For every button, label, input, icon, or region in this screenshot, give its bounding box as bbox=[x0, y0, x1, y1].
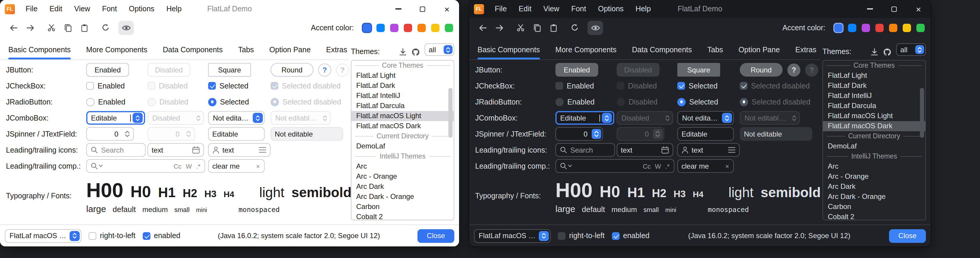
menu-file[interactable]: File bbox=[489, 0, 512, 18]
close-window-button[interactable]: × bbox=[906, 0, 931, 18]
clear-button[interactable]: × bbox=[255, 162, 261, 169]
theme-list-item[interactable]: FlatLaf IntelliJ bbox=[352, 91, 454, 101]
accent-swatch-default[interactable] bbox=[363, 24, 371, 32]
theme-filter-combobox[interactable]: all bbox=[425, 43, 454, 56]
date-textfield[interactable]: text bbox=[148, 143, 204, 157]
close-window-button[interactable]: × bbox=[435, 0, 459, 18]
chevron-updown-icon[interactable] bbox=[539, 231, 549, 241]
menu-help[interactable]: Help bbox=[630, 0, 657, 18]
theme-list-item[interactable]: FlatLaf Light bbox=[352, 71, 454, 81]
clear-button[interactable]: × bbox=[725, 162, 730, 169]
menu-view[interactable]: View bbox=[537, 0, 565, 18]
theme-filter-combobox[interactable]: all bbox=[896, 43, 926, 56]
copy-button[interactable] bbox=[529, 21, 545, 35]
calendar-icon[interactable] bbox=[192, 146, 200, 154]
search-with-options-icon[interactable] bbox=[91, 162, 103, 170]
scrollbar-thumb[interactable] bbox=[449, 88, 453, 138]
refresh-button[interactable] bbox=[567, 21, 582, 35]
maximize-button[interactable] bbox=[882, 0, 906, 18]
download-icon[interactable] bbox=[399, 48, 407, 56]
back-button[interactable] bbox=[6, 21, 21, 35]
accent-swatch-green[interactable] bbox=[445, 24, 453, 32]
show-eye-button[interactable] bbox=[118, 21, 134, 35]
spinner[interactable]: 0 bbox=[86, 127, 134, 141]
radio-enabled[interactable]: Enabled bbox=[555, 98, 595, 106]
menu-edit[interactable]: Edit bbox=[43, 0, 68, 18]
accent-swatch-orange[interactable] bbox=[417, 24, 426, 32]
theme-list-item[interactable]: Arc Dark - Orange bbox=[352, 192, 454, 202]
theme-list-item[interactable]: Arc - Orange bbox=[823, 172, 925, 182]
minimize-button[interactable] bbox=[858, 0, 882, 18]
close-button[interactable]: Close bbox=[417, 229, 454, 242]
accent-swatch-red[interactable] bbox=[875, 24, 884, 32]
back-button[interactable] bbox=[475, 21, 491, 35]
spinner[interactable]: 0 bbox=[555, 127, 603, 141]
tab-more-components[interactable]: More Components bbox=[86, 37, 148, 59]
checkbox-selected[interactable]: Selected bbox=[677, 82, 718, 90]
menu-font[interactable]: Font bbox=[565, 0, 592, 18]
maximize-button[interactable] bbox=[410, 0, 435, 18]
theme-list-item[interactable]: FlatLaf Light bbox=[823, 71, 925, 81]
forward-button[interactable] bbox=[22, 21, 38, 35]
copy-button[interactable] bbox=[60, 21, 76, 35]
github-icon[interactable] bbox=[883, 48, 891, 56]
tab-data-components[interactable]: Data Components bbox=[632, 37, 692, 59]
regex-button[interactable]: .* bbox=[665, 162, 670, 169]
accent-swatch-red[interactable] bbox=[404, 24, 412, 32]
theme-list-item[interactable]: DemoLaf bbox=[823, 141, 925, 151]
theme-list-item[interactable]: FlatLaf Darcula bbox=[352, 101, 454, 111]
chevron-updown-icon[interactable] bbox=[70, 231, 80, 241]
radio-selected[interactable]: Selected bbox=[677, 98, 718, 106]
chevron-updown-icon[interactable] bbox=[722, 113, 732, 123]
cut-button[interactable] bbox=[43, 21, 59, 35]
download-icon[interactable] bbox=[870, 48, 878, 56]
tab-option-pane[interactable]: Option Pane bbox=[269, 37, 311, 59]
theme-list-item[interactable]: FlatLaf macOS Dark bbox=[823, 121, 925, 131]
chevron-updown-icon[interactable] bbox=[133, 113, 143, 123]
user-textfield[interactable]: text bbox=[208, 143, 270, 157]
enabled-button[interactable]: Enabled bbox=[555, 63, 598, 77]
forward-button[interactable] bbox=[492, 21, 507, 35]
laf-combobox[interactable]: FlatLaf macOS Li... bbox=[5, 229, 81, 242]
theme-list-item[interactable]: Arc Dark bbox=[352, 182, 454, 192]
enabled-checkbox[interactable]: enabled bbox=[143, 231, 180, 240]
square-button[interactable]: Square bbox=[677, 63, 720, 77]
paste-button[interactable] bbox=[77, 21, 92, 35]
tab-tabs[interactable]: Tabs bbox=[707, 37, 723, 59]
calendar-icon[interactable] bbox=[661, 146, 669, 154]
accent-swatch-blue[interactable] bbox=[848, 24, 856, 32]
chevron-updown-icon[interactable] bbox=[915, 45, 924, 54]
menu-file[interactable]: File bbox=[20, 0, 43, 18]
accent-swatch-yellow[interactable] bbox=[903, 24, 911, 32]
round-button[interactable]: Round bbox=[270, 63, 313, 77]
tab-extras[interactable]: Extras bbox=[795, 37, 816, 59]
theme-list-item[interactable]: FlatLaf Darcula bbox=[823, 101, 925, 111]
radio-enabled[interactable]: Enabled bbox=[86, 98, 126, 106]
enabled-checkbox[interactable]: enabled bbox=[612, 231, 650, 240]
checkbox-enabled[interactable]: Enabled bbox=[86, 82, 125, 90]
round-button[interactable]: Round bbox=[740, 63, 783, 77]
theme-list-item[interactable]: FlatLaf IntelliJ bbox=[823, 91, 925, 101]
accent-swatch-purple[interactable] bbox=[390, 24, 398, 32]
scrollbar-thumb[interactable] bbox=[920, 88, 924, 138]
square-button[interactable]: Square bbox=[208, 63, 251, 77]
accent-swatch-green[interactable] bbox=[916, 24, 925, 32]
list-menu-icon[interactable] bbox=[728, 147, 736, 153]
date-textfield[interactable]: text bbox=[617, 143, 673, 157]
editable-combobox[interactable]: Editable bbox=[86, 111, 145, 125]
themes-list[interactable]: Core Themes FlatLaf Light FlatLaf Dark F… bbox=[351, 60, 454, 220]
list-menu-icon[interactable] bbox=[259, 147, 266, 153]
radio-selected[interactable]: Selected bbox=[208, 98, 249, 106]
tab-tabs[interactable]: Tabs bbox=[238, 37, 254, 59]
minimize-button[interactable] bbox=[386, 0, 410, 18]
tab-basic-components[interactable]: Basic Components bbox=[8, 37, 71, 59]
spinner-up-down-buttons[interactable] bbox=[592, 129, 601, 139]
tab-extras[interactable]: Extras bbox=[326, 37, 347, 59]
chevron-updown-icon[interactable] bbox=[602, 113, 612, 123]
not-editable-combobox[interactable]: Not editable bbox=[208, 111, 265, 125]
user-textfield[interactable]: text bbox=[677, 143, 740, 157]
match-case-button[interactable]: Cc bbox=[642, 162, 651, 169]
accent-swatch-purple[interactable] bbox=[862, 24, 870, 32]
menu-font[interactable]: Font bbox=[96, 0, 123, 18]
checkbox-selected[interactable]: Selected bbox=[208, 82, 248, 90]
